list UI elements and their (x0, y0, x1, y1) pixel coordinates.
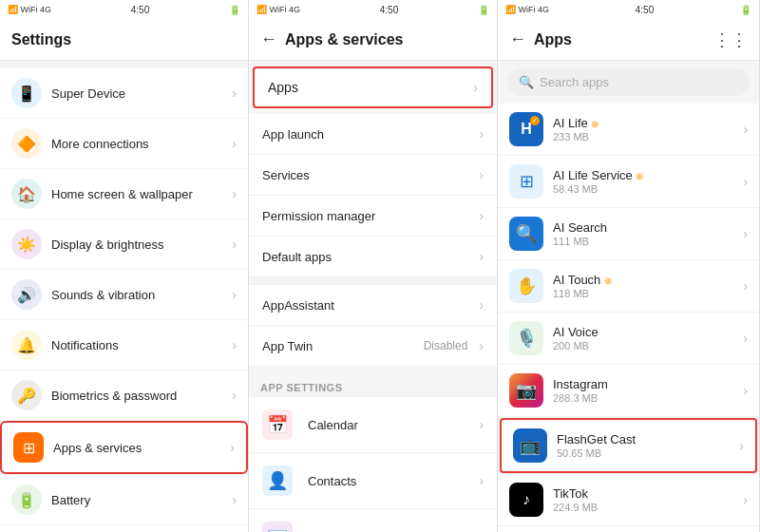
ai-voice-info: AI Voice 200 MB (553, 325, 733, 352)
ai-voice-icon: 🎙️ (509, 321, 543, 355)
battery-label: Battery (51, 493, 222, 507)
settings-item-battery[interactable]: 🔋 Battery › (0, 475, 248, 524)
menu-item-contacts[interactable]: 👤 Contacts › (249, 453, 497, 509)
contacts-icon: 👤 (262, 466, 293, 496)
settings-item-home-screen[interactable]: 🏠 Home screen & wallpaper › (0, 169, 248, 218)
default-apps-label: Default apps (262, 250, 471, 264)
permission-manager-label: Permission manager (262, 209, 471, 223)
ai-voice-size: 200 MB (553, 340, 733, 352)
menu-item-email[interactable]: ✉️ Email › (249, 509, 497, 532)
app-item-ai-life-service[interactable]: ⊞ AI Life Service ⊕ 58.43 MB › (498, 156, 759, 208)
more-connections-icon: 🔶 (11, 128, 42, 159)
settings-item-notifications[interactable]: 🔔 Notifications › (0, 320, 248, 370)
app-twin-value: Disabled (424, 339, 468, 352)
flashget-cast-icon: 📺 (513, 428, 547, 463)
back-button-middle[interactable]: ← (260, 29, 277, 49)
apps-arrow: › (473, 80, 478, 95)
notifications-label: Notifications (51, 338, 222, 352)
apps-list-panel: 📶 WiFi 4G 4:50 🔋 ← Apps ⋮⋮ 🔍 Search apps… (498, 0, 760, 532)
ai-search-icon: 🔍 (509, 217, 543, 251)
menu-item-default-apps[interactable]: Default apps › (249, 237, 497, 277)
search-bar[interactable]: 🔍 Search apps (507, 68, 750, 96)
tiktok-info: TikTok 224.9 MB (553, 486, 733, 513)
app-item-ai-search[interactable]: 🔍 AI Search 111 MB › (498, 208, 759, 260)
flashget-cast-name: FlashGet Cast (557, 432, 730, 446)
battery-right: 🔋 (740, 5, 751, 15)
home-screen-label: Home screen & wallpaper (51, 187, 222, 201)
search-placeholder: Search apps (540, 75, 609, 89)
app-item-ai-touch[interactable]: ✋ AI Touch ⊕ 118 MB › (498, 260, 759, 313)
settings-item-super-device[interactable]: 📱 Super Device › (0, 68, 248, 118)
apps-services-icon: ⊞ (13, 432, 44, 463)
tiktok-name: TikTok (553, 486, 733, 501)
calendar-label: Calendar (308, 418, 471, 432)
ai-life-service-name: AI Life Service ⊕ (553, 168, 733, 182)
menu-item-calendar[interactable]: 📅 Calendar › (249, 397, 497, 453)
battery-icon: 🔋 (11, 484, 42, 515)
tiktok-icon: ♪ (509, 483, 543, 517)
settings-item-display[interactable]: ☀️ Display & brightness › (0, 219, 248, 269)
menu-item-services[interactable]: Services › (249, 155, 497, 196)
ai-life-service-icon: ⊞ (509, 164, 543, 199)
apps-scroll-list: H ✓ AI Life ⊕ 233 MB › ⊞ AI Life Service… (498, 104, 759, 532)
ai-search-size: 111 MB (553, 236, 733, 247)
flashget-cast-info: FlashGet Cast 50.65 MB (557, 432, 730, 459)
settings-item-sounds[interactable]: 🔊 Sounds & vibration › (0, 270, 248, 319)
menu-item-app-twin[interactable]: App Twin Disabled › (249, 326, 497, 367)
battery-left: 🔋 (229, 5, 240, 15)
app-item-tiktok[interactable]: ♪ TikTok 224.9 MB › (498, 474, 759, 526)
ai-touch-name: AI Touch ⊕ (553, 273, 733, 287)
app-item-flashget-cast[interactable]: 📺 FlashGet Cast 50.65 MB › (500, 418, 757, 473)
settings-item-storage[interactable]: 💾 Storage › (0, 525, 248, 532)
app-item-instagram[interactable]: 📷 Instagram 288.3 MB › (498, 365, 759, 417)
apps-services-title: Apps & services (285, 31, 404, 48)
instagram-size: 288.3 MB (553, 392, 733, 404)
instagram-info: Instagram 288.3 MB (553, 377, 733, 404)
app-assistant-label: AppAssistant (262, 298, 471, 313)
status-bar-left: 📶 WiFi 4G 4:50 🔋 (0, 0, 248, 19)
notifications-icon: 🔔 (11, 330, 42, 360)
ai-life-service-size: 58.43 MB (553, 183, 733, 195)
menu-item-app-launch[interactable]: App launch › (249, 114, 497, 155)
menu-item-apps[interactable]: Apps › (253, 66, 493, 108)
settings-item-apps-services[interactable]: ⊞ Apps & services › (0, 421, 248, 474)
services-label: Services (262, 168, 471, 182)
ai-life-size: 233 MB (553, 131, 733, 142)
back-button-right[interactable]: ← (509, 29, 526, 49)
settings-item-biometrics[interactable]: 🔑 Biometrics & password › (0, 370, 248, 420)
app-twin-label: App Twin (262, 339, 416, 353)
ai-touch-icon: ✋ (509, 269, 543, 303)
instagram-name: Instagram (553, 377, 733, 391)
ai-life-name: AI Life ⊕ (553, 116, 733, 130)
ai-search-info: AI Search 111 MB (553, 220, 733, 247)
apps-services-scroll: Apps › App launch › Services › Permissio… (249, 61, 497, 532)
menu-item-permission-manager[interactable]: Permission manager › (249, 196, 497, 237)
time-middle: 4:50 (380, 5, 398, 15)
ai-life-icon: H ✓ (509, 112, 543, 146)
settings-item-more-connections[interactable]: 🔶 More connections › (0, 119, 248, 168)
apps-services-header: ← Apps & services (249, 19, 497, 61)
super-device-icon: 📱 (11, 78, 42, 108)
menu-item-app-assistant[interactable]: AppAssistant › (249, 285, 497, 326)
more-options-button[interactable]: ⋮⋮ (713, 29, 748, 50)
signal-left: 📶 WiFi 4G (8, 5, 51, 14)
app-item-ai-life[interactable]: H ✓ AI Life ⊕ 233 MB › (498, 104, 759, 156)
display-icon: ☀️ (11, 229, 42, 259)
biometrics-label: Biometrics & password (51, 389, 222, 403)
apps-services-label: Apps & services (53, 441, 220, 455)
settings-panel: 📶 WiFi 4G 4:50 🔋 Settings 📱 Super Device… (0, 0, 249, 532)
search-icon: 🔍 (519, 75, 534, 89)
app-item-snapchat[interactable]: 👻 Snapchat 301.7 MB › (498, 526, 759, 532)
settings-title: Settings (11, 31, 71, 48)
biometrics-icon: 🔑 (11, 380, 42, 410)
display-label: Display & brightness (51, 238, 222, 252)
apps-label: Apps (268, 80, 466, 95)
settings-header: Settings (0, 19, 248, 61)
app-item-ai-voice[interactable]: 🎙️ AI Voice 200 MB › (498, 313, 759, 365)
ai-touch-info: AI Touch ⊕ 118 MB (553, 273, 733, 299)
sounds-icon: 🔊 (11, 279, 42, 310)
app-settings-section-label: APP SETTINGS (249, 374, 497, 397)
battery-middle: 🔋 (478, 5, 489, 15)
ai-touch-size: 118 MB (553, 288, 733, 299)
flashget-cast-size: 50.65 MB (557, 447, 730, 459)
